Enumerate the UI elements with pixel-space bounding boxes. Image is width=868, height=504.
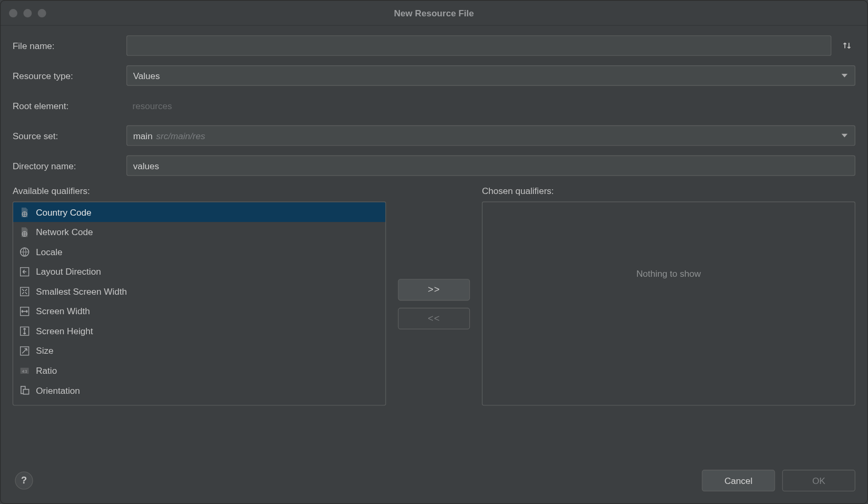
file-name-label: File name: [13,41,126,51]
qualifier-item-label: Smallest Screen Width [36,286,127,296]
qualifier-item[interactable]: Country Code [13,202,386,222]
qualifier-item[interactable]: Size [13,341,386,361]
new-resource-file-dialog: New Resource File File name: Resource ty… [0,0,868,504]
file-name-input-wrap [126,35,831,56]
cancel-button[interactable]: Cancel [702,470,775,491]
globe-doc-icon [19,227,29,237]
svg-text:4:3: 4:3 [22,369,27,373]
root-element-label: Root element: [13,101,126,111]
chevron-down-icon [842,74,847,77]
expand-icon [19,286,29,296]
remove-qualifier-button[interactable]: << [398,308,470,329]
sort-toggle-button[interactable] [839,37,855,54]
directory-name-input-wrap [126,156,855,176]
qualifier-item-label: Screen Height [36,326,93,336]
help-button[interactable]: ? [15,471,33,489]
svg-rect-4 [21,287,29,296]
globe-doc-icon [19,207,29,217]
qualifier-item-label: Ratio [36,365,57,375]
directory-name-label: Directory name: [13,160,126,170]
dialog-footer: ? Cancel OK [1,465,867,503]
qualifier-item-label: Country Code [36,207,91,217]
dialog-body: File name: Resource type: Values Root el… [1,26,867,414]
qualifier-item[interactable]: Network Code [13,222,386,242]
qualifier-item[interactable]: Smallest Screen Width [13,282,386,302]
resource-type-select[interactable]: Values [126,65,855,86]
qualifier-item[interactable]: Layout Direction [13,261,386,282]
qualifier-item-label: Network Code [36,227,93,237]
qualifier-item-label: Layout Direction [36,266,101,276]
qualifier-item[interactable]: 4:3Ratio [13,361,386,381]
ok-button[interactable]: OK [782,470,855,491]
titlebar: New Resource File [1,1,867,26]
available-qualifiers-label: Available qualifiers: [13,186,386,196]
resource-type-value: Values [133,71,160,81]
directory-name-input[interactable] [133,160,849,170]
root-element-value: resources [126,95,855,116]
source-set-sub: src/main/res [156,131,205,141]
arrow-left-icon [19,266,29,277]
resource-type-label: Resource type: [13,71,126,81]
source-set-label: Source set: [13,131,126,141]
qualifier-item[interactable]: Locale [13,242,386,262]
orient-icon [19,385,29,395]
arrows-v-icon [19,325,29,336]
file-name-input[interactable] [133,41,825,51]
resize-icon [19,345,29,356]
qualifier-item[interactable]: Orientation [13,380,386,400]
qualifier-item-label: Screen Width [36,306,90,316]
svg-rect-11 [23,389,28,394]
qualifier-item-label: Locale [36,247,62,257]
source-set-select[interactable]: main src/main/res [126,125,855,146]
arrows-h-icon [19,306,29,316]
available-qualifiers-list[interactable]: Country CodeNetwork CodeLocaleLayout Dir… [13,201,386,405]
chosen-qualifiers-label: Chosen qualifiers: [482,186,855,196]
qualifier-item[interactable]: Screen Height [13,321,386,341]
source-set-main: main [133,131,153,141]
qualifier-item-label: Size [36,345,53,355]
ratio-icon: 4:3 [19,365,29,375]
globe-icon [19,246,29,257]
qualifier-item[interactable]: Screen Width [13,301,386,321]
dialog-title: New Resource File [1,8,867,18]
chevron-down-icon [842,134,847,138]
qualifier-item-label: Orientation [36,385,80,395]
chosen-qualifiers-list[interactable]: Nothing to show [482,201,855,405]
add-qualifier-button[interactable]: >> [398,279,470,301]
chosen-empty-text: Nothing to show [636,268,701,278]
